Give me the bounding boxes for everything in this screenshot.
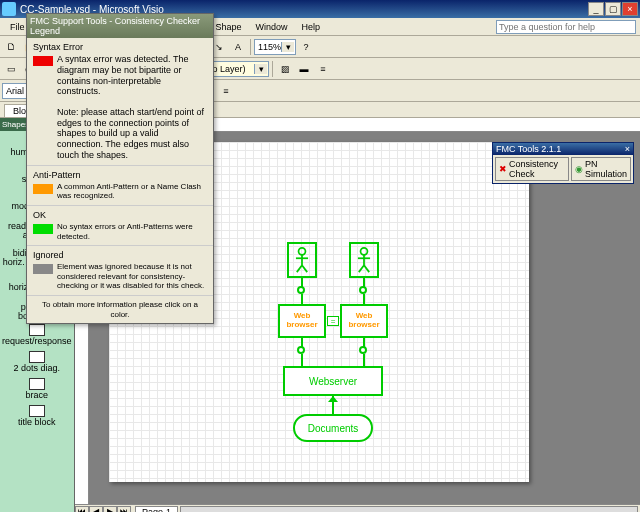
page-tab[interactable]: Page-1 <box>135 506 178 513</box>
svg-line-9 <box>364 265 369 272</box>
last-page-button[interactable]: ⏭ <box>117 506 131 513</box>
menu-help[interactable]: Help <box>295 21 326 33</box>
actor-right[interactable] <box>349 242 379 278</box>
connector-dot[interactable] <box>359 346 367 354</box>
close-button[interactable]: × <box>622 2 638 16</box>
minimize-button[interactable]: _ <box>588 2 604 16</box>
syntax-error-swatch[interactable] <box>33 56 53 66</box>
maximize-button[interactable]: ▢ <box>605 2 621 16</box>
menu-shape[interactable]: Shape <box>209 21 247 33</box>
stencil-shape[interactable]: 2 dots diag. <box>2 349 72 375</box>
app-icon <box>2 2 16 16</box>
stencil-shape[interactable]: brace <box>2 376 72 402</box>
antipattern-label: Anti-Pattern <box>33 170 207 180</box>
text-tool[interactable]: A <box>229 38 247 56</box>
connector[interactable] <box>363 294 365 304</box>
fmc-tools-close[interactable]: × <box>625 144 630 154</box>
webserver-box[interactable]: Webserver <box>283 366 383 396</box>
ignored-label: Ignored <box>33 250 207 260</box>
help-button[interactable]: ? <box>297 38 315 56</box>
equals-connector[interactable]: = <box>327 316 339 326</box>
draw-rect[interactable]: ▭ <box>2 60 20 78</box>
svg-line-4 <box>302 265 307 272</box>
connector-dot[interactable] <box>297 286 305 294</box>
align-right[interactable]: ≡ <box>217 82 235 100</box>
fmc-tools-window[interactable]: FMC Tools 2.1.1× ✖Consistency Check ◉PN … <box>492 142 634 184</box>
actor-left[interactable] <box>287 242 317 278</box>
hscrollbar[interactable] <box>180 506 638 513</box>
arrow-up-icon <box>328 396 338 402</box>
connector[interactable] <box>301 354 303 366</box>
ok-swatch[interactable] <box>33 224 53 234</box>
svg-point-0 <box>299 248 306 255</box>
new-button[interactable]: 🗋 <box>2 38 20 56</box>
syntax-error-label: Syntax Error <box>33 42 207 52</box>
stencil-shape[interactable]: request/response <box>2 322 72 348</box>
first-page-button[interactable]: ⏮ <box>75 506 89 513</box>
fmc-tools-title: FMC Tools 2.1.1 <box>496 144 561 154</box>
connector[interactable] <box>301 294 303 304</box>
ignored-swatch[interactable] <box>33 264 53 274</box>
line-weight[interactable]: ≡ <box>314 60 332 78</box>
next-page-button[interactable]: ▶ <box>103 506 117 513</box>
svg-line-8 <box>359 265 364 272</box>
consistency-legend-panel[interactable]: FMC Support Tools - Consistency Checker … <box>26 13 214 324</box>
web-browser-right[interactable]: Web browser <box>340 304 388 338</box>
connector-dot[interactable] <box>359 286 367 294</box>
menu-window[interactable]: Window <box>249 21 293 33</box>
svg-line-3 <box>297 265 302 272</box>
connector-dot[interactable] <box>297 346 305 354</box>
fill-color[interactable]: ▨ <box>276 60 294 78</box>
line-color[interactable]: ▬ <box>295 60 313 78</box>
help-search-input[interactable] <box>496 20 636 34</box>
legend-title[interactable]: FMC Support Tools - Consistency Checker … <box>27 14 213 38</box>
consistency-check-button[interactable]: ✖Consistency Check <box>495 157 569 181</box>
antipattern-swatch[interactable] <box>33 184 53 194</box>
legend-footer: To obtain more information please click … <box>33 300 207 319</box>
page-tabs-scrollbar: ⏮ ◀ ▶ ⏭ Page-1 <box>75 504 640 512</box>
documents-box[interactable]: Documents <box>293 414 373 442</box>
prev-page-button[interactable]: ◀ <box>89 506 103 513</box>
ok-label: OK <box>33 210 207 220</box>
stencil-shape[interactable]: title block <box>2 403 72 429</box>
svg-point-5 <box>361 248 368 255</box>
connector[interactable] <box>363 354 365 366</box>
web-browser-left[interactable]: Web browser <box>278 304 326 338</box>
pn-simulation-button[interactable]: ◉PN Simulation <box>571 157 631 181</box>
zoom-combo[interactable]: 115% <box>254 39 296 55</box>
